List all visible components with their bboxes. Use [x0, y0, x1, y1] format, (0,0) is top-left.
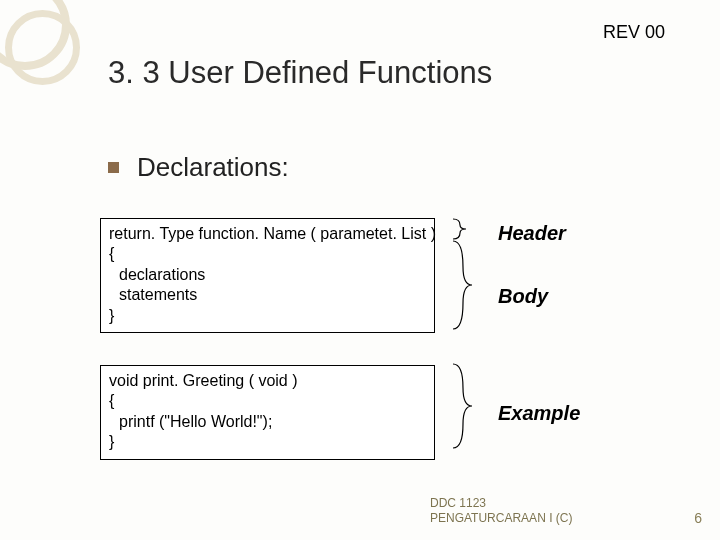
footer-text: DDC 1123 PENGATURCARAAN I (C) — [430, 496, 572, 526]
code-line: { — [109, 391, 426, 411]
code-box-example: void print. Greeting ( void ) { printf (… — [100, 365, 435, 460]
code-line: { — [109, 244, 426, 264]
bullet-text: Declarations: — [137, 152, 289, 183]
slide-number: 6 — [694, 510, 702, 526]
code-line: return. Type function. Name ( parametet.… — [109, 224, 426, 244]
bullet-row: Declarations: — [108, 152, 289, 183]
brace-example-icon — [448, 360, 488, 452]
code-line: } — [109, 306, 426, 326]
corner-decoration — [0, 0, 100, 100]
bullet-icon — [108, 162, 119, 173]
code-line: statements — [109, 285, 426, 305]
footer-line: DDC 1123 — [430, 496, 572, 511]
code-box-declaration: return. Type function. Name ( parametet.… — [100, 218, 435, 333]
footer-line: PENGATURCARAAN I (C) — [430, 511, 572, 526]
code-line: printf ("Hello World!"); — [109, 412, 426, 432]
brace-body-icon — [448, 237, 488, 333]
code-line: declarations — [109, 265, 426, 285]
revision-label: REV 00 — [603, 22, 665, 43]
slide-title: 3. 3 User Defined Functions — [108, 55, 492, 91]
code-line: } — [109, 432, 426, 452]
label-header: Header — [498, 222, 566, 245]
label-example: Example — [498, 402, 580, 425]
label-body: Body — [498, 285, 548, 308]
code-line: void print. Greeting ( void ) — [109, 371, 426, 391]
